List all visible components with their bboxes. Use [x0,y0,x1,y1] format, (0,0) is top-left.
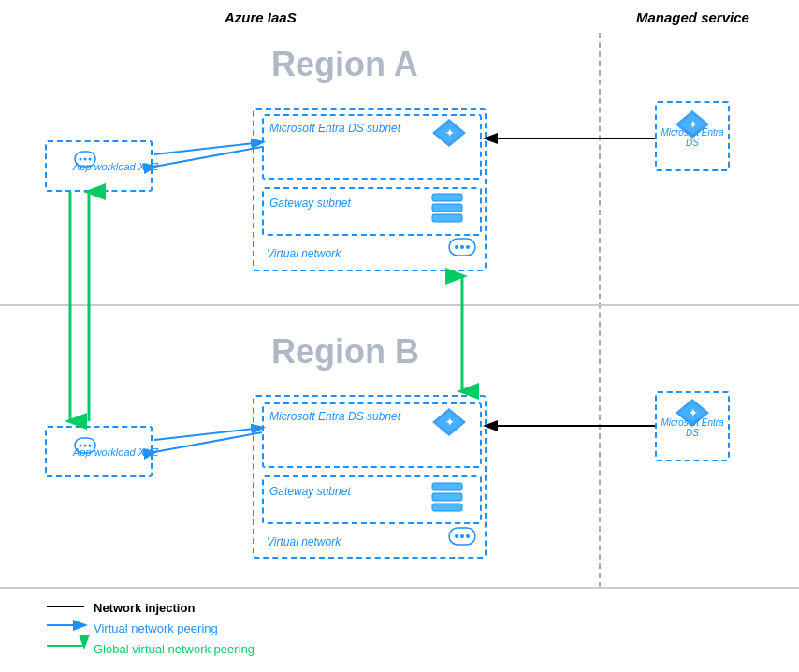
managed-entra-label-b: Microsoft Entra DS [661,417,724,438]
svg-line-1 [154,142,262,154]
gateway-label-b: Gateway subnet [269,485,351,498]
gateway-label-a: Gateway subnet [269,197,351,210]
managed-entra-label-a: Microsoft Entra DS [661,127,724,148]
vnet-label-a: Virtual network [267,247,341,260]
h-divider-legend [0,587,799,589]
svg-line-0 [154,147,262,167]
entra-ds-subnet-box-b: Microsoft Entra DS subnet [262,402,482,468]
h-divider-main [0,304,799,306]
vnet-label-b: Virtual network [267,535,341,548]
managed-entra-box-b: Microsoft Entra DS [655,391,730,461]
app-workload-label-b: App workload XYZ [73,446,158,458]
svg-line-21 [154,428,262,440]
svg-line-20 [154,432,262,452]
app-workload-box-b: App workload XYZ [45,426,153,477]
legend-network-injection: Network injection [94,599,195,616]
app-workload-box-a: App workload XYZ [45,140,153,192]
managed-service-header: Managed service [636,9,749,25]
legend-global-peering: Global virtual network peering [94,640,254,657]
managed-entra-box-a: Microsoft Entra DS [655,101,730,171]
entra-ds-label-b: Microsoft Entra DS subnet [269,410,400,423]
v-divider-1 [599,33,601,588]
region-a-label: Region A [271,45,418,84]
app-workload-label-a: App workload XYZ [73,161,158,172]
entra-ds-subnet-box-a: Microsoft Entra DS subnet [262,114,482,180]
legend-virtual-peering: Virtual network peering [94,620,218,636]
diagram-container: Azure IaaS Managed service Region A Regi… [0,0,799,672]
gateway-subnet-box-a: Gateway subnet [262,187,482,236]
region-b-label: Region B [271,332,419,372]
azure-iaas-header: Azure IaaS [225,9,297,25]
gateway-subnet-box-b: Gateway subnet [262,475,482,524]
entra-ds-label-a: Microsoft Entra DS subnet [269,122,400,135]
